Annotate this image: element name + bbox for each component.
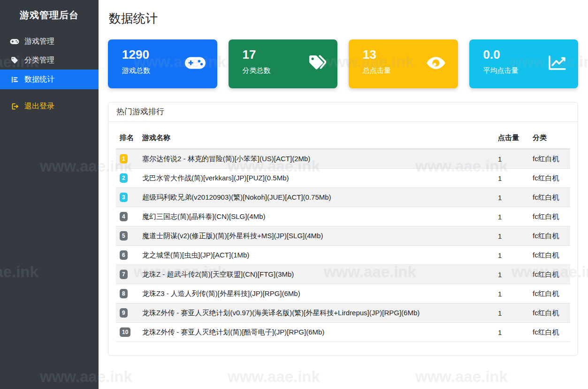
sidebar-item-label: 分类管理: [24, 55, 54, 65]
sign-out-icon: [10, 102, 19, 110]
clicks-cell: 1: [494, 169, 529, 188]
game-name-cell: 塞尔达传说2 - 林克的冒险(简)[小笨笨](US)[ACT](2Mb): [138, 149, 494, 169]
stat-card-total-categories: 17 分类总数: [229, 39, 338, 88]
clicks-cell: 1: [494, 188, 529, 207]
chart-line-icon: [547, 54, 567, 73]
clicks-cell: 1: [494, 246, 529, 265]
col-header-category: 分类: [529, 128, 570, 149]
rank-badge: 5: [120, 231, 128, 241]
rank-badge: 7: [120, 270, 128, 279]
rank-badge: 6: [120, 250, 128, 260]
game-name-cell: 超级玛利欧兄弟(v20120903)(繁)[Nokoh](JUE)[ACT](0…: [138, 188, 494, 207]
stat-card-total-games: 1290 游戏总数: [108, 39, 217, 88]
sidebar-nav: 游戏管理 分类管理 数据统计: [0, 32, 99, 116]
clicks-cell: 1: [494, 303, 529, 323]
category-cell: fc红白机: [529, 149, 570, 169]
sidebar-item-logout[interactable]: 退出登录: [0, 97, 99, 116]
col-header-clicks: 点击量: [494, 128, 529, 149]
clicks-cell: 1: [494, 226, 529, 246]
ranking-table: 排名 游戏名称 点击量 分类 1 塞尔达传说2 - 林克的冒险(简)[小笨笨](…: [116, 128, 570, 342]
stat-cards-row: 1290 游戏总数 17 分类总数: [108, 39, 578, 88]
clicks-cell: 1: [494, 323, 529, 342]
sidebar-item-label: 数据统计: [24, 75, 54, 85]
chart-bar-icon: [10, 76, 19, 84]
sidebar: 游戏管理后台 游戏管理 分类管理: [0, 0, 99, 389]
ranking-panel: 热门游戏排行 排名 游戏名称 点击量 分类 1 塞尔达传说2 - 林克的冒险(简…: [108, 102, 578, 356]
table-row: 4 魔幻三国志(简)[晶科泰](CN)[SLG](4Mb) 1 fc红白机: [116, 207, 570, 226]
table-row: 7 龙珠Z - 超武斗传2(简)[天空联盟](CN)[FTG](3Mb) 1 f…: [116, 265, 570, 284]
rank-badge: 10: [120, 327, 130, 337]
app-title: 游戏管理后台: [0, 0, 99, 30]
clicks-cell: 1: [494, 149, 529, 169]
table-row: 2 戈巴水管大作战(简)[verkkars](JP)[PUZ](0.5Mb) 1…: [116, 169, 570, 188]
rank-badge: 8: [120, 289, 128, 298]
category-cell: fc红白机: [529, 246, 570, 265]
game-name-cell: 魔道士阴谋(v2)(修正版)(简)[外星科技+MS](JP)[SLG](4Mb): [138, 226, 494, 246]
category-cell: fc红白机: [529, 303, 570, 323]
sidebar-item-stats[interactable]: 数据统计: [0, 70, 99, 89]
page-title: 数据统计: [109, 10, 158, 27]
game-name-cell: 龙之城堡(简)[虫虫](JP)[ACT](1Mb): [138, 246, 494, 265]
rank-badge: 3: [120, 193, 128, 202]
game-name-cell: 魔幻三国志(简)[晶科泰](CN)[SLG](4Mb): [138, 207, 494, 226]
ranking-panel-title: 热门游戏排行: [108, 102, 578, 122]
category-cell: fc红白机: [529, 188, 570, 207]
category-cell: fc红白机: [529, 265, 570, 284]
table-row: 1 塞尔达传说2 - 林克的冒险(简)[小笨笨](US)[ACT](2Mb) 1…: [116, 149, 570, 169]
category-cell: fc红白机: [529, 284, 570, 303]
clicks-cell: 1: [494, 207, 529, 226]
rank-badge: 4: [120, 212, 128, 221]
game-name-cell: 龙珠Z3 - 人造人列传(简)[外星科技](JP)[RPG](6Mb): [138, 284, 494, 303]
table-row: 9 龙珠Z外传 - 赛亚人灭绝计划(v0.97)(海美译名版)(繁)[外星科技+…: [116, 303, 570, 323]
gamepad-icon: [184, 55, 206, 72]
rank-badge: 1: [120, 154, 128, 163]
clicks-cell: 1: [494, 265, 529, 284]
category-cell: fc红白机: [529, 226, 570, 246]
stat-card-avg-clicks: 0.0 平均点击量: [469, 39, 579, 88]
game-name-cell: 戈巴水管大作战(简)[verkkars](JP)[PUZ](0.5Mb): [138, 169, 494, 188]
game-name-cell: 龙珠Z外传 - 赛亚人灭绝计划(v0.97)(海美译名版)(繁)[外星科技+Li…: [138, 303, 494, 323]
tags-icon: [307, 54, 326, 74]
main-content: 数据统计 1290 游戏总数 17 分类总数: [99, 0, 588, 389]
table-row: 6 龙之城堡(简)[虫虫](JP)[ACT](1Mb) 1 fc红白机: [116, 246, 570, 265]
rank-badge: 9: [120, 308, 128, 318]
category-cell: fc红白机: [529, 323, 570, 342]
stat-card-total-clicks: 13 总点击量: [349, 39, 458, 88]
gamepad-icon: [10, 38, 19, 45]
table-row: 8 龙珠Z3 - 人造人列传(简)[外星科技](JP)[RPG](6Mb) 1 …: [116, 284, 570, 303]
game-name-cell: 龙珠Z - 超武斗传2(简)[天空联盟](CN)[FTG](3Mb): [138, 265, 494, 284]
sidebar-item-games[interactable]: 游戏管理: [0, 32, 99, 51]
category-cell: fc红白机: [529, 169, 570, 188]
eye-icon: [425, 55, 447, 73]
category-cell: fc红白机: [529, 207, 570, 226]
sidebar-item-categories[interactable]: 分类管理: [0, 51, 99, 70]
table-row: 10 龙珠Z外传 - 赛亚人灭绝计划(简)[酷哥电子](JP)[RPG](6Mb…: [116, 323, 570, 342]
col-header-rank: 排名: [116, 128, 138, 149]
table-row: 5 魔道士阴谋(v2)(修正版)(简)[外星科技+MS](JP)[SLG](4M…: [116, 226, 570, 246]
tag-icon: [10, 56, 19, 64]
rank-badge: 2: [120, 173, 128, 183]
clicks-cell: 1: [494, 284, 529, 303]
sidebar-item-label: 退出登录: [24, 101, 54, 111]
ranking-header-row: 排名 游戏名称 点击量 分类: [116, 128, 570, 149]
table-row: 3 超级玛利欧兄弟(v20120903)(繁)[Nokoh](JUE)[ACT]…: [116, 188, 570, 207]
sidebar-item-label: 游戏管理: [24, 37, 54, 47]
game-name-cell: 龙珠Z外传 - 赛亚人灭绝计划(简)[酷哥电子](JP)[RPG](6Mb): [138, 323, 494, 342]
col-header-name: 游戏名称: [138, 128, 494, 149]
